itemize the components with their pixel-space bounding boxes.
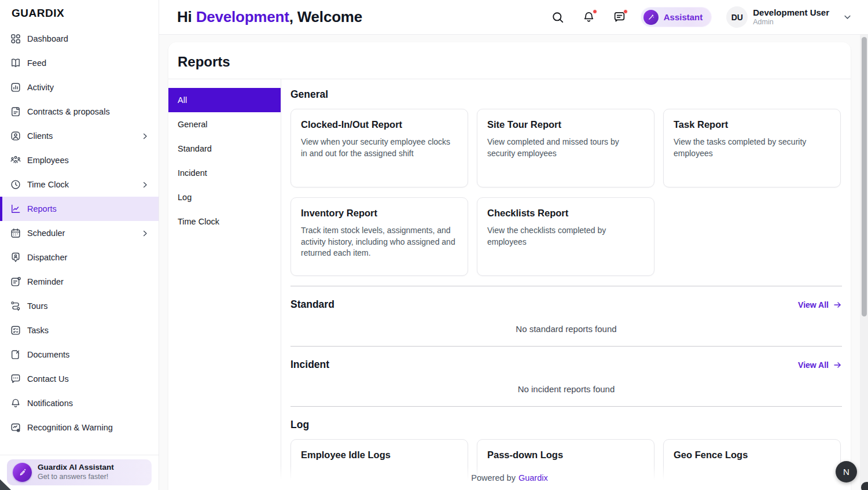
contract-document-icon xyxy=(9,105,22,118)
report-card-title: Inventory Report xyxy=(301,208,458,219)
corner-decoration-right xyxy=(861,482,868,490)
sidebar-item-scheduler[interactable]: Scheduler xyxy=(0,221,159,245)
sidebar-item-dispatcher[interactable]: Dispatcher xyxy=(0,245,159,270)
sidebar-item-time-clock[interactable]: Time Clock xyxy=(0,172,159,197)
view-all-standard-link[interactable]: View All xyxy=(798,300,842,310)
magic-wand-icon xyxy=(643,10,659,25)
ai-pen-icon xyxy=(13,463,32,482)
greeting-name: Development xyxy=(196,8,289,25)
section-divider xyxy=(290,406,842,407)
tab-log[interactable]: Log xyxy=(168,185,281,209)
chevron-right-icon xyxy=(141,180,149,189)
main-area: Reports All General Standard Incident Lo… xyxy=(159,35,868,490)
promo-text: Guardix AI Assistant Get to answers fast… xyxy=(38,463,114,482)
chevron-down-icon[interactable] xyxy=(842,12,853,23)
sidebar-item-tours[interactable]: Tours xyxy=(0,294,159,318)
employees-icon xyxy=(9,154,22,167)
report-card-task[interactable]: Task Report View the tasks completed by … xyxy=(663,109,841,187)
message-dot xyxy=(623,9,628,14)
notification-dot xyxy=(593,9,597,14)
report-card-description: Track item stock levels, assignments, an… xyxy=(301,225,458,259)
sidebar-item-activity[interactable]: Activity xyxy=(0,75,159,100)
powered-by-brand-link[interactable]: Guardix xyxy=(518,473,548,482)
report-card-description: View the checklists completed by employe… xyxy=(487,225,644,248)
reports-panel-header: Reports xyxy=(168,42,851,79)
reminder-icon xyxy=(9,275,22,288)
user-avatar[interactable]: DU xyxy=(726,6,748,28)
greeting-suffix: , Welcome xyxy=(289,8,362,25)
section-divider xyxy=(290,346,842,347)
sidebar-item-dashboard[interactable]: Dashboard xyxy=(0,27,159,51)
chevron-right-icon xyxy=(141,229,149,238)
scrollbar-track[interactable] xyxy=(860,35,868,490)
tab-time-clock[interactable]: Time Clock xyxy=(168,209,281,234)
app-logo: GUARDIX xyxy=(0,0,159,24)
report-card-title: Site Tour Report xyxy=(487,119,644,130)
messages-icon[interactable] xyxy=(613,10,626,24)
promo-subtitle: Get to answers faster! xyxy=(38,473,114,482)
feed-icon xyxy=(9,57,22,69)
report-card-title: Checklists Report xyxy=(487,208,644,219)
tab-standard[interactable]: Standard xyxy=(168,137,281,161)
tab-general[interactable]: General xyxy=(168,112,281,137)
promo-title: Guardix AI Assistant xyxy=(38,463,114,473)
clients-icon xyxy=(9,130,22,142)
arrow-right-icon xyxy=(833,360,842,370)
recognition-warning-icon xyxy=(9,421,22,434)
report-card-description: View the tasks completed by security emp… xyxy=(674,137,830,159)
sidebar-item-clients[interactable]: Clients xyxy=(0,124,159,148)
floating-widget-button[interactable]: N xyxy=(836,461,857,482)
sidebar-item-notifications[interactable]: Notifications xyxy=(0,391,159,415)
empty-state-incident: No incident reports found xyxy=(290,384,842,394)
sidebar-item-recognition-warning[interactable]: Recognition & Warning xyxy=(0,415,159,440)
report-card-site-tour[interactable]: Site Tour Report View completed and miss… xyxy=(477,109,654,187)
activity-chart-icon xyxy=(9,81,22,94)
report-card-checklists[interactable]: Checklists Report View the checklists co… xyxy=(477,197,654,276)
notifications-bell-icon[interactable] xyxy=(582,10,595,24)
sidebar-item-documents[interactable]: Documents xyxy=(0,342,159,367)
assistant-button[interactable]: Assistant xyxy=(641,8,712,27)
topbar: Hi Development, Welcome Assistant DU Dev… xyxy=(159,0,868,35)
ai-assistant-promo[interactable]: Guardix AI Assistant Get to answers fast… xyxy=(7,459,152,485)
reports-chart-icon xyxy=(9,202,22,215)
report-card-inventory[interactable]: Inventory Report Track item stock levels… xyxy=(290,197,468,276)
report-card-description: View completed and missed tours by secur… xyxy=(487,137,644,159)
reports-panel: Reports All General Standard Incident Lo… xyxy=(168,42,851,490)
general-report-grid: Clocked-In/Out Report View when your sec… xyxy=(290,109,842,276)
chat-bubble-icon xyxy=(9,373,22,385)
sidebar-item-reminder[interactable]: Reminder xyxy=(0,270,159,294)
tasks-checklist-icon xyxy=(9,324,22,337)
report-card-description: View when your security employee clocks … xyxy=(301,137,458,159)
tab-all[interactable]: All xyxy=(168,88,281,112)
section-title-standard: Standard xyxy=(290,299,334,311)
tours-route-icon xyxy=(9,300,22,312)
dispatcher-badge-icon xyxy=(9,251,22,264)
view-all-incident-link[interactable]: View All xyxy=(798,360,842,370)
user-info[interactable]: Development User Admin xyxy=(753,8,829,27)
report-card-title: Employee Idle Logs xyxy=(301,450,458,460)
sidebar-item-feed[interactable]: Feed xyxy=(0,51,159,75)
sidebar-item-contracts[interactable]: Contracts & proposals xyxy=(0,100,159,124)
greeting-prefix: Hi xyxy=(177,8,196,25)
dashboard-icon xyxy=(9,32,22,45)
sidebar-item-contact-us[interactable]: Contact Us xyxy=(0,367,159,391)
view-all-label: View All xyxy=(798,360,829,370)
clock-icon xyxy=(9,178,22,191)
calendar-icon xyxy=(9,227,22,240)
search-icon[interactable] xyxy=(551,10,565,24)
section-head-incident: Incident View All xyxy=(290,359,842,371)
sidebar-item-employees[interactable]: Employees xyxy=(0,148,159,172)
page-greeting: Hi Development, Welcome xyxy=(177,8,362,26)
view-all-label: View All xyxy=(798,300,829,310)
user-role: Admin xyxy=(753,18,829,27)
assistant-label: Assistant xyxy=(664,12,703,22)
sidebar-nav: Dashboard Feed Activity Contracts & prop… xyxy=(0,27,159,440)
scrollbar-thumb[interactable] xyxy=(862,37,867,316)
section-head-standard: Standard View All xyxy=(290,299,842,311)
tab-incident[interactable]: Incident xyxy=(168,161,281,185)
report-card-title: Clocked-In/Out Report xyxy=(301,119,458,130)
sidebar-item-reports[interactable]: Reports xyxy=(0,197,159,221)
sidebar-item-tasks[interactable]: Tasks xyxy=(0,318,159,342)
report-card-clocked-in-out[interactable]: Clocked-In/Out Report View when your sec… xyxy=(290,109,468,187)
section-title-general: General xyxy=(290,89,842,101)
